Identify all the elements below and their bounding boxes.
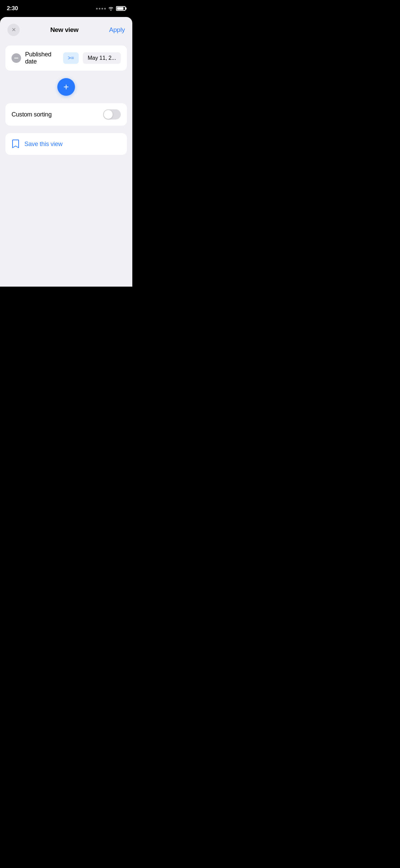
plus-icon: + bbox=[63, 82, 69, 92]
minus-icon bbox=[14, 58, 18, 58]
signal-dots-icon bbox=[96, 8, 106, 10]
main-card: ✕ New view Apply Published date >= May 1… bbox=[0, 17, 132, 287]
remove-filter-button[interactable] bbox=[12, 53, 21, 63]
add-filter-container: + bbox=[5, 78, 127, 96]
custom-sorting-toggle[interactable] bbox=[103, 109, 121, 120]
content-area: Published date >= May 11, 2... + Custom … bbox=[0, 41, 132, 155]
toggle-thumb bbox=[104, 110, 113, 119]
battery-icon bbox=[116, 6, 126, 11]
custom-sorting-label: Custom sorting bbox=[12, 111, 52, 118]
operator-button[interactable]: >= bbox=[63, 52, 79, 64]
status-bar: 2:30 bbox=[0, 0, 132, 17]
status-icons bbox=[96, 6, 126, 11]
close-icon: ✕ bbox=[12, 27, 16, 33]
save-view-label: Save this view bbox=[24, 141, 62, 148]
status-time: 2:30 bbox=[7, 5, 18, 12]
close-button[interactable]: ✕ bbox=[7, 24, 20, 36]
filter-row: Published date >= May 11, 2... bbox=[5, 46, 127, 71]
page-title: New view bbox=[50, 26, 78, 34]
add-filter-button[interactable]: + bbox=[57, 78, 75, 96]
apply-button[interactable]: Apply bbox=[109, 26, 125, 34]
save-view-row[interactable]: Save this view bbox=[5, 133, 127, 155]
custom-sorting-row: Custom sorting bbox=[5, 103, 127, 126]
nav-bar: ✕ New view Apply bbox=[0, 17, 132, 41]
date-value-button[interactable]: May 11, 2... bbox=[83, 52, 121, 64]
filter-field-label: Published date bbox=[25, 51, 59, 65]
wifi-icon bbox=[108, 6, 114, 11]
bookmark-icon bbox=[12, 139, 20, 149]
